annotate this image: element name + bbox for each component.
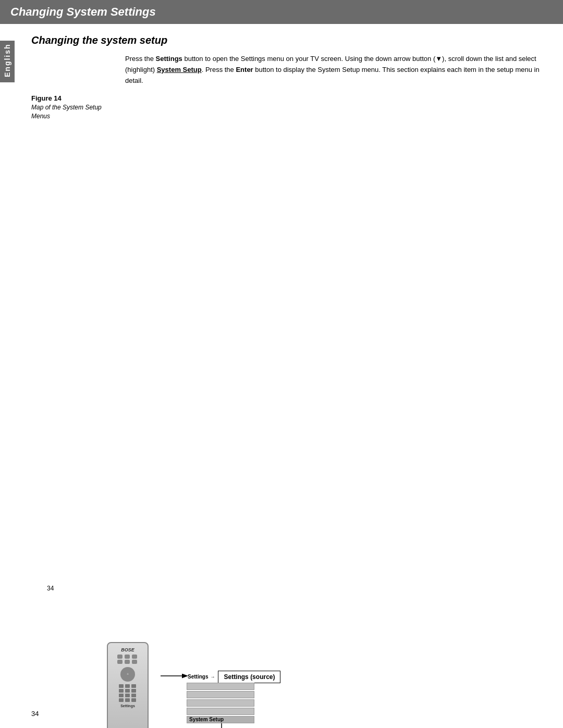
remote-logo: BOSE bbox=[121, 647, 134, 652]
remote-top-buttons bbox=[117, 655, 138, 664]
remote-numpad bbox=[119, 684, 137, 702]
settings-source-box: Settings (source) bbox=[218, 671, 280, 683]
settings-source-label: Settings bbox=[188, 674, 208, 680]
page-header: Changing System Settings bbox=[0, 0, 563, 24]
settings-source-area: Settings → Settings (source) bbox=[188, 671, 280, 683]
page-number: 34 bbox=[47, 585, 563, 592]
figure-label: Figure 14 bbox=[31, 94, 547, 102]
remote-image: BOSE + Settings bbox=[107, 642, 149, 728]
settings-label-remote: Settings bbox=[120, 704, 135, 708]
page-number-bottom: 34 bbox=[31, 710, 39, 718]
settings-list: System Setup bbox=[187, 683, 254, 724]
diagram: BOSE + Settings Settings → bbox=[31, 590, 547, 728]
section-title: Changing the system setup bbox=[31, 34, 547, 46]
remote-dpad: + bbox=[120, 667, 135, 682]
figure-caption: Map of the System Setup Menus bbox=[31, 103, 547, 121]
content-area: Changing the system setup Press the Sett… bbox=[0, 24, 563, 728]
intro-text: Press the Settings button to open the Se… bbox=[125, 54, 547, 86]
settings-arrow: → bbox=[210, 674, 215, 680]
page-title: Changing System Settings bbox=[10, 5, 553, 19]
intro-text-1: Press the Settings button to open the Se… bbox=[125, 55, 540, 84]
system-setup-highlight: System Setup bbox=[187, 716, 254, 723]
